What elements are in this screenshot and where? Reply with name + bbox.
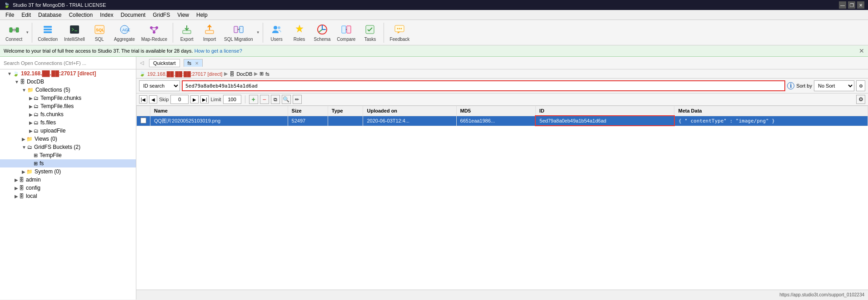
search-input[interactable]	[0, 57, 136, 69]
tree-gridfs-tempfile[interactable]: ▶ ⊞ TempFile	[0, 151, 136, 159]
schema-icon	[316, 23, 329, 36]
trial-link[interactable]: How to get a license?	[195, 48, 242, 54]
connect-toolbar-group[interactable]: Connect ▼	[3, 22, 29, 43]
row-checkbox[interactable]	[137, 116, 150, 126]
tasks-label: Tasks	[364, 37, 376, 42]
edit-button[interactable]: ✏	[293, 95, 302, 104]
tree-docdb[interactable]: ▼ 🗄 DocDB	[0, 78, 136, 86]
sort-settings-button[interactable]: ⚙	[856, 80, 865, 91]
schema-toolbar-btn[interactable]: Schema	[311, 22, 334, 43]
feedback-toolbar-btn[interactable]: Feedback	[387, 22, 412, 43]
tab-fs-label: fs	[188, 60, 192, 66]
sqlmigration-arrow-icon: ▼	[256, 30, 260, 34]
sort-select[interactable]: No Sort Ascending Descending	[814, 80, 854, 91]
row-checkbox-input[interactable]	[140, 118, 146, 123]
filter-type-select[interactable]: ID search Field search Full text	[139, 80, 180, 91]
copy-button[interactable]: ⧉	[271, 95, 280, 104]
title-bar-controls: — ❐ ✕	[839, 1, 864, 9]
search-bar: ◁ Quickstart fs ✕	[0, 57, 868, 69]
local-db-icon: 🗄	[19, 193, 24, 199]
tab-quickstart[interactable]: Quickstart	[149, 59, 180, 67]
sqlmigration-toolbar-group[interactable]: → SQL Migration ▼	[221, 22, 259, 43]
tree-views[interactable]: ▶ 📁 Views (0)	[0, 135, 136, 143]
svg-point-15	[155, 26, 158, 29]
mapreduce-toolbar-btn[interactable]: Map-Reduce	[139, 22, 170, 43]
table-row[interactable]: QQ图片20200525103019.png 52497 2020-06-03T…	[137, 116, 868, 126]
breadcrumb-icon: 🍃	[139, 71, 145, 77]
maximize-button[interactable]: ❐	[848, 1, 855, 9]
sort-label: Sort by	[796, 83, 812, 89]
tree-collections[interactable]: ▼ 📁 Collections (5)	[0, 86, 136, 94]
svg-point-16	[153, 31, 155, 34]
toolbar-sep-3	[263, 23, 263, 43]
pagination-row: |◀ ◀ Skip ▶ ▶| Limit + − ⧉ 🔍 ✏ ⚙	[136, 93, 868, 106]
tree-system[interactable]: ▶ 📁 System (0)	[0, 167, 136, 176]
menu-document[interactable]: Document	[117, 11, 149, 19]
prev-page-button[interactable]: ◀	[149, 95, 157, 103]
tree-connection[interactable]: ▼ 🍃 192.168.██.██:27017 [direct]	[0, 69, 136, 78]
gridfs-buckets-label: GridFS Buckets (2)	[34, 144, 80, 150]
table-settings-button[interactable]: ⚙	[856, 95, 865, 104]
limit-input[interactable]	[223, 95, 241, 104]
local-label: local	[26, 193, 37, 199]
last-page-button[interactable]: ▶|	[200, 95, 209, 103]
svg-text:AGG: AGG	[122, 28, 130, 32]
uploadfile-label: uploadFile	[40, 128, 65, 134]
menu-index[interactable]: Index	[96, 11, 117, 19]
sql-icon: SQL	[93, 23, 106, 36]
menu-help[interactable]: Help	[193, 11, 211, 19]
first-page-button[interactable]: |◀	[139, 95, 147, 103]
sql-label: SQL	[95, 37, 104, 42]
tree-fs-chunks[interactable]: ▶ 🗂 fs.chunks	[0, 110, 136, 118]
aggregate-toolbar-btn[interactable]: AGG Aggregate	[111, 22, 138, 43]
svg-text:→: →	[238, 27, 241, 30]
expand-gridfs-icon: ▼	[22, 145, 26, 150]
roles-toolbar-btn[interactable]: Roles	[289, 22, 310, 43]
collection-toolbar-btn[interactable]: Collection	[35, 22, 60, 43]
compare-toolbar-btn[interactable]: Compare	[334, 22, 358, 43]
close-button[interactable]: ✕	[857, 1, 864, 9]
sql-toolbar-btn[interactable]: SQL SQL	[89, 22, 110, 43]
trial-close-button[interactable]: ✕	[859, 47, 864, 54]
tree-local[interactable]: ▶ 🗄 local	[0, 192, 136, 200]
data-table: Name Size Type Uploaded on MD5 ID Meta D…	[136, 106, 868, 126]
row-type	[328, 116, 363, 126]
next-page-button[interactable]: ▶	[190, 95, 199, 103]
tree-tempfile-chunks[interactable]: ▶ 🗂 TempFile.chunks	[0, 94, 136, 102]
menu-view[interactable]: View	[174, 11, 193, 19]
row-uploadedon: 2020-06-03T12:4...	[363, 116, 456, 126]
tree-tempfile-files[interactable]: ▶ 🗂 TempFile.files	[0, 102, 136, 110]
import-toolbar-btn[interactable]: Import	[199, 22, 220, 43]
tree-admin[interactable]: ▶ 🗄 admin	[0, 176, 136, 184]
menu-gridfs[interactable]: GridFS	[149, 11, 174, 19]
add-row-button[interactable]: +	[249, 95, 258, 104]
tree-uploadfile[interactable]: ▶ 🗂 uploadFile	[0, 127, 136, 135]
remove-row-button[interactable]: −	[260, 95, 269, 104]
tab-fs-close-icon[interactable]: ✕	[195, 61, 199, 66]
fs-chunks-label: fs.chunks	[40, 111, 64, 118]
app-title: Studio 3T for MongoDB - TRIAL LICENSE	[13, 2, 106, 8]
tree-gridfs-fs[interactable]: ▶ ⊞ fs	[0, 159, 136, 167]
app-logo: 🍃	[4, 2, 10, 8]
users-toolbar-btn[interactable]: Users	[266, 22, 288, 43]
intellishell-toolbar-btn[interactable]: IntelliShell	[61, 22, 88, 43]
tree-fs-files[interactable]: ▶ 🗂 fs.files	[0, 118, 136, 127]
skip-input[interactable]	[170, 95, 189, 104]
menu-database[interactable]: Database	[35, 11, 65, 19]
minimize-button[interactable]: —	[839, 1, 846, 9]
filter-value-input[interactable]	[182, 80, 785, 91]
search-button[interactable]: 🔍	[282, 95, 291, 104]
tasks-toolbar-btn[interactable]: Tasks	[359, 22, 381, 43]
row-md5: 6651eaa1986...	[456, 116, 535, 126]
menu-collection[interactable]: Collection	[65, 11, 96, 19]
tree-gridfs-buckets[interactable]: ▼ 🗂 GridFS Buckets (2)	[0, 143, 136, 151]
tree-config[interactable]: ▶ 🗄 config	[0, 184, 136, 192]
menu-edit[interactable]: Edit	[18, 11, 35, 19]
uploadfile-icon: 🗂	[34, 128, 39, 133]
export-toolbar-btn[interactable]: Export	[176, 22, 198, 43]
tab-fs[interactable]: fs ✕	[184, 59, 203, 67]
menu-file[interactable]: File	[2, 11, 18, 19]
connect-arrow-icon: ▼	[25, 30, 29, 34]
content-area: 🍃 192.168.██.██:██:27017 [direct] ▶ 🗄 Do…	[136, 69, 868, 300]
expand-connection-icon: ▼	[7, 71, 12, 76]
